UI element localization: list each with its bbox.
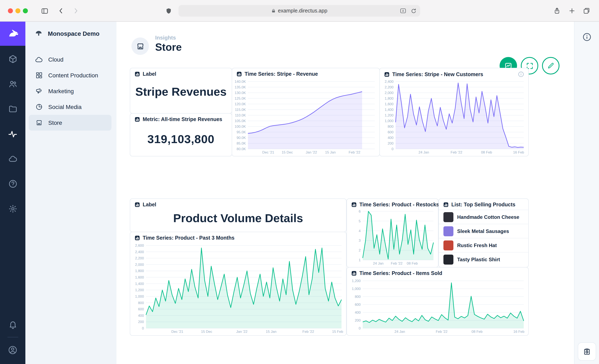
svg-text:200: 200 [138, 320, 144, 324]
panel-ts-product-items-sold: Time Series: Product - Items Sold 1,2001… [346, 267, 529, 336]
chart-icon [134, 71, 140, 77]
panel-ts-stripe-new-customers: Time Series: Stripe - New Customers 2,40… [379, 68, 529, 156]
bell-icon [8, 320, 17, 329]
label-text: Stripe Revenues [130, 86, 232, 98]
close-window-button[interactable] [8, 8, 13, 13]
svg-text:1,200: 1,200 [135, 288, 144, 292]
svg-text:1,000: 1,000 [352, 287, 361, 291]
sidebar-item-cloud[interactable]: Cloud [29, 52, 112, 67]
info-icon[interactable] [518, 71, 524, 77]
product-thumbnail [443, 254, 453, 264]
address-bar[interactable]: example.directus.app A [178, 5, 420, 17]
svg-text:24 Jan: 24 Jan [394, 330, 405, 334]
svg-text:800: 800 [355, 295, 361, 299]
module-insights[interactable] [4, 125, 22, 143]
project-switcher[interactable]: Monospace Demo [25, 22, 116, 46]
breadcrumb[interactable]: Insights [155, 35, 176, 41]
module-settings[interactable] [4, 200, 22, 218]
notifications-button[interactable] [4, 315, 22, 334]
module-users[interactable] [4, 75, 22, 93]
reload-icon[interactable] [411, 8, 417, 14]
new-customers-chart: 2,4002,2002,0001,8001,6001,4001,2001,000… [381, 79, 526, 155]
sidebar-item-social-media[interactable]: Social Media [29, 99, 112, 115]
sidebar-item-label: Content Production [48, 72, 98, 79]
module-help[interactable] [4, 175, 22, 193]
avatar-icon [8, 345, 18, 355]
storefront-icon [35, 119, 43, 127]
help-icon [8, 179, 17, 188]
svg-text:1,000: 1,000 [385, 119, 394, 123]
svg-text:08 Feb: 08 Feb [407, 261, 418, 266]
svg-text:1,400: 1,400 [135, 282, 144, 286]
product-name: Rustic Fresh Hat [457, 242, 497, 248]
svg-text:15 Dec: 15 Dec [282, 150, 293, 154]
back-button[interactable] [56, 6, 66, 16]
svg-text:15 Feb: 15 Feb [332, 330, 343, 334]
forward-button[interactable] [71, 6, 81, 16]
edit-panels-button[interactable] [542, 57, 559, 74]
chart-icon [443, 202, 449, 208]
chart-icon [351, 202, 357, 208]
svg-text:Feb '22: Feb '22 [302, 330, 314, 334]
directus-logo[interactable] [0, 22, 25, 46]
svg-text:1,600: 1,600 [135, 275, 144, 279]
sidebar-item-content-production[interactable]: Content Production [29, 67, 112, 83]
panel-metric-stripe-revenues: Metric: All-time Stripe Revenues 319,103… [130, 113, 232, 156]
svg-text:Feb '22: Feb '22 [349, 150, 360, 154]
svg-text:115.0K: 115.0K [235, 108, 246, 112]
tab-overview-icon[interactable] [581, 6, 591, 16]
svg-text:120.0K: 120.0K [235, 102, 246, 106]
sidebar-item-marketing[interactable]: Marketing [29, 83, 112, 99]
svg-text:400: 400 [138, 314, 144, 318]
svg-text:2,000: 2,000 [135, 263, 144, 267]
svg-text:08 Feb: 08 Feb [481, 150, 492, 154]
privacy-shield-icon[interactable] [163, 6, 174, 16]
svg-text:80.0K: 80.0K [237, 147, 246, 151]
dashboard-info-button[interactable] [582, 32, 591, 42]
module-cloud[interactable] [4, 150, 22, 168]
sidebar-item-store[interactable]: Store [29, 115, 112, 131]
svg-text:1,600: 1,600 [385, 102, 394, 106]
lock-icon [271, 8, 276, 13]
chart-icon [351, 270, 357, 276]
metric-value: 319,103,800 [130, 133, 232, 146]
panel-ts-product-restocks: Time Series: Product - Restocks 65432124… [346, 198, 439, 267]
module-files[interactable] [4, 100, 22, 118]
translate-icon[interactable]: A [400, 8, 406, 14]
chart-icon [236, 71, 242, 77]
stripe-revenue-chart: 140.0K135.0K130.0K125.0K120.0K115.0K110.… [234, 79, 377, 155]
share-icon[interactable] [552, 6, 562, 16]
user-avatar[interactable] [4, 341, 22, 359]
clipboard-icon [583, 347, 591, 356]
svg-text:24 Jan: 24 Jan [373, 261, 384, 266]
url-text: example.directus.app [278, 8, 327, 14]
panel-title: Label [143, 202, 156, 208]
sidebar-item-label: Store [48, 119, 62, 126]
pencil-icon [547, 62, 555, 70]
svg-text:2,600: 2,600 [135, 244, 144, 248]
svg-text:1,400: 1,400 [385, 108, 394, 112]
module-content[interactable] [4, 50, 22, 68]
project-name: Monospace Demo [48, 30, 99, 37]
svg-text:4: 4 [359, 229, 361, 233]
chart-icon [134, 235, 140, 241]
right-sidebar [574, 22, 599, 364]
navigation-sidebar: Monospace Demo Cloud Content Production [25, 22, 116, 364]
page-title: Store [155, 41, 182, 53]
browser-chrome: example.directus.app A [0, 0, 599, 22]
new-tab-icon[interactable] [567, 6, 577, 16]
rabbit-logo-icon [7, 27, 19, 40]
sidebar-toggle-icon[interactable] [40, 6, 50, 16]
svg-text:0: 0 [392, 147, 394, 151]
chart-icon [134, 202, 140, 208]
page-store-icon [132, 37, 149, 55]
panel-label-product-volume: Label Product Volume Details [130, 198, 346, 232]
svg-text:800: 800 [138, 301, 144, 305]
svg-text:2,000: 2,000 [385, 91, 394, 95]
minimize-window-button[interactable] [15, 8, 20, 13]
svg-text:135.0K: 135.0K [235, 85, 246, 89]
svg-text:105.0K: 105.0K [235, 119, 246, 123]
zoom-window-button[interactable] [23, 8, 28, 13]
svg-text:800: 800 [388, 124, 394, 129]
activity-drawer-button[interactable] [578, 342, 596, 361]
